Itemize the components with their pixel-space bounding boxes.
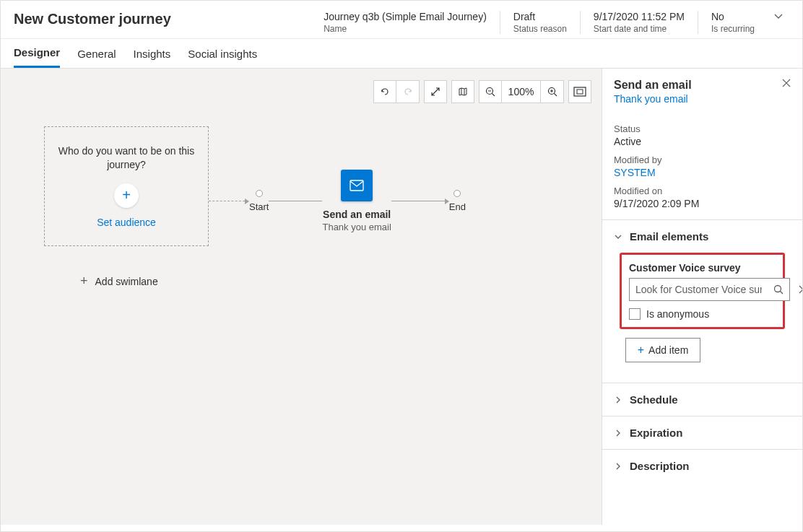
section-email-elements: Email elements Customer Voice survey xyxy=(602,219,802,383)
chevron-right-icon xyxy=(614,462,622,471)
header-label: Is recurring xyxy=(711,24,755,34)
header-value: Draft xyxy=(513,11,567,22)
tab-insights[interactable]: Insights xyxy=(134,39,171,68)
modified-by-label: Modified by xyxy=(614,154,791,165)
flow-line: Start Send an email Thank you email End xyxy=(209,170,466,232)
panel-subtitle-link[interactable]: Thank you email xyxy=(614,93,692,105)
properties-panel: Send an email Thank you email Status Act… xyxy=(602,68,802,525)
start-label: Start xyxy=(249,201,269,212)
main-area: 100% Who do you want to be on this journ… xyxy=(1,68,802,525)
section-schedule: Schedule xyxy=(602,383,802,416)
svg-point-5 xyxy=(775,286,781,292)
add-swimlane-button[interactable]: + Add swimlane xyxy=(80,274,158,289)
email-node[interactable]: Send an email Thank you email xyxy=(322,170,391,232)
panel-close-button[interactable] xyxy=(782,79,791,87)
plus-icon: + xyxy=(80,274,88,289)
connector xyxy=(269,201,322,201)
plus-icon: + xyxy=(638,344,644,357)
survey-lookup[interactable] xyxy=(629,278,790,301)
designer-canvas[interactable]: 100% Who do you want to be on this journ… xyxy=(1,68,602,525)
add-item-button[interactable]: + Add item xyxy=(625,338,700,362)
header-field-name[interactable]: Journey q3b (Simple Email Journey) Name xyxy=(311,11,500,34)
header-label: Status reason xyxy=(513,24,567,34)
section-title: Schedule xyxy=(630,393,678,406)
modified-on-label: Modified on xyxy=(614,186,791,196)
canvas-toolbar: 100% xyxy=(373,80,591,103)
header-field-startdate[interactable]: 9/17/2020 11:52 PM Start date and time xyxy=(580,11,698,34)
is-anonymous-row: Is anonymous xyxy=(629,308,776,320)
fullscreen-button[interactable] xyxy=(424,80,447,103)
status-label: Status xyxy=(614,123,791,134)
header-field-status[interactable]: Draft Status reason xyxy=(500,11,580,34)
tab-bar: Designer General Insights Social insight… xyxy=(1,39,802,68)
start-node[interactable]: Start xyxy=(249,190,269,212)
svg-rect-2 xyxy=(574,87,586,96)
section-header-description[interactable]: Description xyxy=(602,450,802,482)
end-label: End xyxy=(449,201,466,212)
email-node-subtitle: Thank you email xyxy=(322,222,391,232)
fit-screen-icon xyxy=(573,87,586,97)
chevron-down-icon xyxy=(614,232,622,241)
is-anonymous-checkbox[interactable] xyxy=(629,308,641,320)
survey-remove-button[interactable] xyxy=(796,285,802,294)
tab-general[interactable]: General xyxy=(77,39,116,68)
section-title: Description xyxy=(630,460,690,472)
svg-rect-3 xyxy=(577,90,583,94)
section-title: Expiration xyxy=(630,427,682,439)
page-header: New Customer journey Journey q3b (Simple… xyxy=(1,1,802,39)
header-label: Start date and time xyxy=(594,24,685,34)
audience-add-button[interactable]: + xyxy=(114,183,139,208)
header-fields: Journey q3b (Simple Email Journey) Name … xyxy=(311,11,768,34)
close-icon xyxy=(799,285,802,294)
header-label: Name xyxy=(324,24,487,34)
chevron-right-icon xyxy=(614,396,622,404)
redo-icon xyxy=(402,86,414,97)
zoom-out-icon xyxy=(485,86,496,97)
section-description: Description xyxy=(602,449,802,482)
undo-icon xyxy=(379,86,391,97)
map-icon xyxy=(457,86,469,97)
connector xyxy=(391,201,445,201)
survey-field-label: Customer Voice survey xyxy=(629,262,776,274)
email-node-title: Send an email xyxy=(323,209,391,220)
tab-designer[interactable]: Designer xyxy=(14,39,60,68)
zoom-out-button[interactable] xyxy=(479,80,502,103)
section-header-expiration[interactable]: Expiration xyxy=(602,417,802,449)
close-icon xyxy=(782,79,791,87)
end-node[interactable]: End xyxy=(449,190,466,212)
redo-button[interactable] xyxy=(396,80,420,103)
panel-meta: Status Active Modified by SYSTEM Modifie… xyxy=(602,112,802,219)
page-title: New Customer journey xyxy=(14,11,200,27)
customer-voice-survey-block: Customer Voice survey xyxy=(620,253,785,329)
add-swimlane-label: Add swimlane xyxy=(95,276,158,287)
svg-rect-4 xyxy=(350,180,363,191)
zoom-in-button[interactable] xyxy=(541,80,564,103)
header-value: 9/17/2020 11:52 PM xyxy=(594,11,685,22)
section-header-email-elements[interactable]: Email elements xyxy=(602,220,802,253)
fit-to-screen-button[interactable] xyxy=(568,80,591,103)
audience-placeholder[interactable]: Who do you want to be on this journey? +… xyxy=(44,126,209,246)
header-expand-chevron[interactable] xyxy=(768,11,789,21)
modified-on-value: 9/17/2020 2:09 PM xyxy=(614,198,791,209)
tab-social-insights[interactable]: Social insights xyxy=(188,39,257,68)
section-expiration: Expiration xyxy=(602,416,802,449)
email-tile[interactable] xyxy=(341,170,373,201)
section-title: Email elements xyxy=(630,230,708,243)
end-dot-icon xyxy=(453,190,461,197)
survey-search-input[interactable] xyxy=(630,284,768,295)
set-audience-link[interactable]: Set audience xyxy=(97,217,156,228)
modified-by-link[interactable]: SYSTEM xyxy=(614,167,791,178)
search-icon xyxy=(773,284,784,295)
add-item-label: Add item xyxy=(648,344,688,356)
section-header-schedule[interactable]: Schedule xyxy=(602,383,802,416)
is-anonymous-label: Is anonymous xyxy=(646,308,709,320)
header-value: Journey q3b (Simple Email Journey) xyxy=(324,11,487,22)
zoom-level[interactable]: 100% xyxy=(502,80,541,103)
undo-button[interactable] xyxy=(373,80,396,103)
header-field-recurring[interactable]: No Is recurring xyxy=(698,11,768,34)
survey-search-button[interactable] xyxy=(768,284,789,295)
minimap-button[interactable] xyxy=(451,80,474,103)
email-icon xyxy=(350,180,364,191)
journey-flow: Who do you want to be on this journey? +… xyxy=(44,126,466,246)
status-value: Active xyxy=(614,136,791,147)
